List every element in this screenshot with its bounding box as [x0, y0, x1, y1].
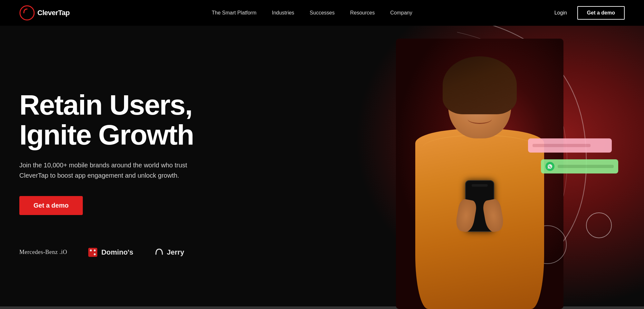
brand-mercedes: Mercedes-Benz .iO — [19, 249, 67, 256]
nav-links: The Smart Platform Industries Successes … — [212, 10, 412, 16]
circle-decoration-small — [586, 212, 612, 238]
chat-bubble-green — [541, 159, 618, 173]
nav-item-smart-platform[interactable]: The Smart Platform — [212, 10, 256, 16]
hero-title-line2: Ignite Growth — [19, 119, 194, 151]
chat-bubble-pink-container — [528, 138, 612, 153]
hero-title: Retain Users, Ignite Growth — [19, 90, 206, 150]
hero-section: Retain Users, Ignite Growth Join the 10,… — [0, 26, 644, 309]
pink-bubble-text-line — [533, 144, 591, 147]
hero-subtitle: Join the 10,000+ mobile brands around th… — [19, 160, 206, 181]
hero-content: Retain Users, Ignite Growth Join the 10,… — [0, 77, 226, 258]
logo-link[interactable]: CleverTap — [19, 5, 70, 21]
logo-text: CleverTap — [37, 9, 70, 17]
phone-speaker — [472, 184, 488, 187]
nav-link-industries[interactable]: Industries — [272, 10, 294, 15]
person-smile — [468, 114, 492, 124]
jerry-logo-icon — [154, 247, 164, 258]
hero-title-line1: Retain Users, — [19, 89, 192, 121]
green-bubble-text-line — [558, 165, 614, 168]
dominos-logo-icon — [88, 247, 98, 258]
hero-brands: Mercedes-Benz .iO Domino's Jerr — [19, 247, 206, 258]
hero-person-container — [396, 39, 563, 309]
hero-visual — [322, 26, 644, 309]
login-link[interactable]: Login — [554, 10, 567, 16]
nav-item-successes[interactable]: Successes — [310, 10, 334, 16]
mercedes-brand-text: Mercedes-Benz .iO — [19, 249, 67, 256]
nav-link-successes[interactable]: Successes — [310, 10, 334, 15]
person-hair — [443, 56, 517, 114]
hero-cta-button[interactable]: Get a demo — [19, 196, 83, 215]
clevertap-logo-icon — [19, 5, 35, 21]
brand-dominos: Domino's — [88, 247, 133, 258]
nav-item-industries[interactable]: Industries — [272, 10, 294, 16]
nav-demo-button[interactable]: Get a demo — [577, 6, 625, 20]
nav-link-smart-platform[interactable]: The Smart Platform — [212, 10, 256, 15]
brand-jerry: Jerry — [154, 247, 184, 258]
whatsapp-icon — [545, 162, 554, 171]
nav-link-company[interactable]: Company — [390, 10, 412, 15]
nav-actions: Login Get a demo — [554, 6, 625, 20]
svg-point-4 — [94, 249, 96, 251]
person-hands-phone — [454, 177, 505, 241]
svg-point-2 — [90, 249, 92, 251]
svg-point-0 — [20, 6, 34, 20]
navbar: CleverTap The Smart Platform Industries … — [0, 0, 644, 26]
jerry-brand-text: Jerry — [167, 248, 184, 257]
svg-rect-1 — [88, 248, 97, 257]
nav-link-resources[interactable]: Resources — [350, 10, 375, 15]
svg-point-3 — [94, 253, 96, 255]
dominos-brand-text: Domino's — [101, 248, 133, 257]
chat-bubble-pink — [528, 138, 612, 153]
nav-item-company[interactable]: Company — [390, 10, 412, 16]
nav-item-resources[interactable]: Resources — [350, 10, 375, 16]
chat-bubble-green-container — [534, 159, 618, 173]
